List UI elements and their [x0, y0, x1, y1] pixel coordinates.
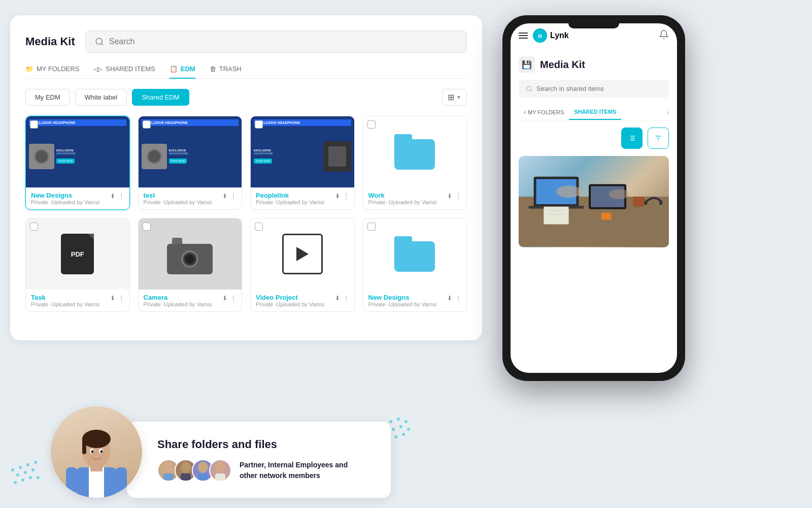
item-actions-camera: ⬇ ⋮: [222, 295, 236, 302]
more-icon[interactable]: ⋮: [118, 295, 124, 302]
item-meta-new-designs-folder: Private ·Uploaded by Vamsi: [368, 301, 437, 307]
pdf-icon: PDF: [61, 234, 94, 274]
item-thumbnail-camera: [139, 218, 242, 290]
phone-page-title: 💾 Media Kit: [519, 56, 669, 73]
tab-my-folders[interactable]: 📁 MY FOLDERS: [25, 65, 79, 79]
svg-rect-26: [601, 213, 612, 220]
phone-filter-button[interactable]: [648, 128, 669, 149]
video-thumb: [282, 234, 323, 274]
download-icon[interactable]: ⬇: [110, 193, 115, 200]
more-icon[interactable]: ⋮: [455, 295, 461, 302]
download-icon[interactable]: ⬇: [110, 295, 115, 302]
phone-tab-my-folders[interactable]: ‹ MY FOLDERS: [519, 105, 569, 120]
item-actions-new-designs-folder: ⬇ ⋮: [447, 295, 461, 302]
save-icon: 💾: [522, 60, 532, 70]
shared-edm-button[interactable]: Shared EDM: [132, 89, 189, 106]
item-checkbox-test[interactable]: [143, 120, 151, 129]
filter-icon: [654, 134, 662, 142]
svg-point-0: [96, 38, 102, 44]
item-card-new-designs[interactable]: EXCLUSIVE HEADPHONE EXCLUSIVE HEADPHONE …: [25, 116, 130, 210]
item-actions-test: ⬇ ⋮: [222, 193, 236, 200]
phone-tabs: ‹ MY FOLDERS SHARED ITEMS ›: [519, 105, 669, 120]
svg-point-34: [31, 468, 35, 471]
tabs-bar: 📁 MY FOLDERS ◁▷ SHARED ITEMS 📋 EDM 🗑 TRA…: [25, 65, 467, 79]
grid-toggle-button[interactable]: ⊞ ▼: [442, 89, 467, 106]
item-card-peoplelink[interactable]: EXCLUSIVE HEADPHONE EXCLUSIVE HEADPHONE …: [250, 116, 355, 210]
item-meta-work: Private ·Uploaded by Vamsi: [368, 199, 437, 205]
phone-search-bar[interactable]: [519, 80, 669, 98]
item-card-work[interactable]: Work Private ·Uploaded by Vamsi ⬇ ⋮: [363, 116, 467, 210]
tab-trash[interactable]: 🗑 TRASH: [210, 65, 242, 79]
item-card-task[interactable]: PDF Task Private ·Uploaded by Vamsi ⬇ ⋮: [25, 218, 130, 312]
item-card-new-designs-folder[interactable]: New Designs Private ·Uploaded by Vamsi ⬇…: [363, 218, 467, 312]
svg-point-36: [26, 463, 29, 466]
tab-edm[interactable]: 📋 EDM: [170, 65, 195, 79]
download-icon[interactable]: ⬇: [222, 193, 227, 200]
more-icon[interactable]: ⋮: [230, 193, 236, 200]
phone-tab-shared-items[interactable]: SHARED ITEMS: [569, 105, 621, 120]
item-checkbox-task[interactable]: [30, 223, 38, 231]
share-desc-text: Partner, Internal Employees andother net…: [240, 460, 348, 481]
phone-title-icon: 💾: [519, 56, 535, 73]
hamburger-menu-button[interactable]: [519, 33, 528, 39]
workspace-image: [519, 156, 669, 247]
download-icon[interactable]: ⬇: [335, 295, 340, 302]
chevron-right-icon[interactable]: ›: [666, 108, 669, 116]
download-icon[interactable]: ⬇: [335, 193, 340, 200]
share-box: Share folders and files: [127, 422, 391, 498]
item-thumbnail-peoplelink: EXCLUSIVE HEADPHONE EXCLUSIVE HEADPHONE …: [251, 116, 354, 187]
more-icon[interactable]: ⋮: [455, 193, 461, 200]
phone-list-view-button[interactable]: [621, 128, 642, 149]
more-icon[interactable]: ⋮: [118, 193, 124, 200]
item-actions-work: ⬇ ⋮: [447, 193, 461, 200]
phone-image-preview: [519, 156, 669, 247]
svg-point-64: [399, 425, 402, 428]
download-icon[interactable]: ⬇: [447, 295, 452, 302]
phone-notch: [568, 23, 619, 28]
item-card-camera[interactable]: Camera Private ·Uploaded by Vamsi ⬇ ⋮: [138, 218, 243, 312]
tab-shared-items[interactable]: ◁▷ SHARED ITEMS: [93, 65, 155, 79]
bell-icon[interactable]: [659, 29, 669, 42]
item-checkbox-new-designs[interactable]: [30, 120, 38, 129]
my-edm-button[interactable]: My EDM: [25, 89, 70, 106]
item-meta-new-designs: Private ·Uploaded by Vamsi: [31, 199, 99, 205]
download-icon[interactable]: ⬇: [222, 295, 227, 302]
search-input[interactable]: [109, 37, 457, 46]
more-icon[interactable]: ⋮: [343, 193, 349, 200]
download-icon[interactable]: ⬇: [447, 193, 452, 200]
item-checkbox-work[interactable]: [367, 120, 376, 129]
person-image-wrapper: [51, 406, 142, 498]
item-checkbox-new-designs-folder[interactable]: [367, 223, 376, 231]
item-info-new-designs: New Designs Private ·Uploaded by Vamsi ⬇…: [26, 187, 129, 209]
share-row: Partner, Internal Employees andother net…: [157, 459, 373, 482]
avatar-4: [209, 459, 231, 482]
svg-point-52: [163, 462, 174, 473]
item-name-work: Work: [368, 192, 437, 199]
svg-point-30: [21, 479, 24, 482]
white-label-button[interactable]: White label: [75, 89, 127, 106]
item-card-video[interactable]: Video Project Private ·Uploaded by Vamsi…: [250, 218, 355, 312]
share-title: Share folders and files: [157, 438, 373, 451]
edm-icon: 📋: [170, 65, 178, 73]
item-name-camera: Camera: [144, 294, 212, 301]
more-icon[interactable]: ⋮: [343, 295, 349, 302]
phone-app-name: Lynk: [550, 31, 569, 40]
search-bar[interactable]: [85, 30, 467, 53]
phone-search-input[interactable]: [536, 85, 662, 92]
more-icon[interactable]: ⋮: [230, 295, 236, 302]
item-checkbox-camera[interactable]: [143, 223, 151, 231]
item-checkbox-peoplelink[interactable]: [255, 120, 263, 129]
item-info-test: test Private ·Uploaded by Vamsi ⬇ ⋮: [139, 187, 242, 209]
folder-icon: 📁: [25, 65, 33, 73]
svg-rect-57: [198, 473, 208, 481]
item-thumbnail-test: EXCLUSIVE HEADPHONE EXCLUSIVE HEADPHONE …: [139, 116, 242, 187]
item-info-camera: Camera Private ·Uploaded by Vamsi ⬇ ⋮: [139, 290, 242, 311]
svg-point-31: [29, 476, 32, 479]
item-actions-task: ⬇ ⋮: [110, 295, 124, 302]
item-checkbox-video[interactable]: [255, 223, 263, 231]
item-card-test[interactable]: EXCLUSIVE HEADPHONE EXCLUSIVE HEADPHONE …: [138, 116, 243, 210]
item-info-video: Video Project Private ·Uploaded by Vamsi…: [251, 290, 354, 311]
trash-icon: 🗑: [210, 65, 216, 73]
folder-thumb-work: [394, 134, 435, 170]
item-name-video: Video Project: [256, 294, 324, 301]
